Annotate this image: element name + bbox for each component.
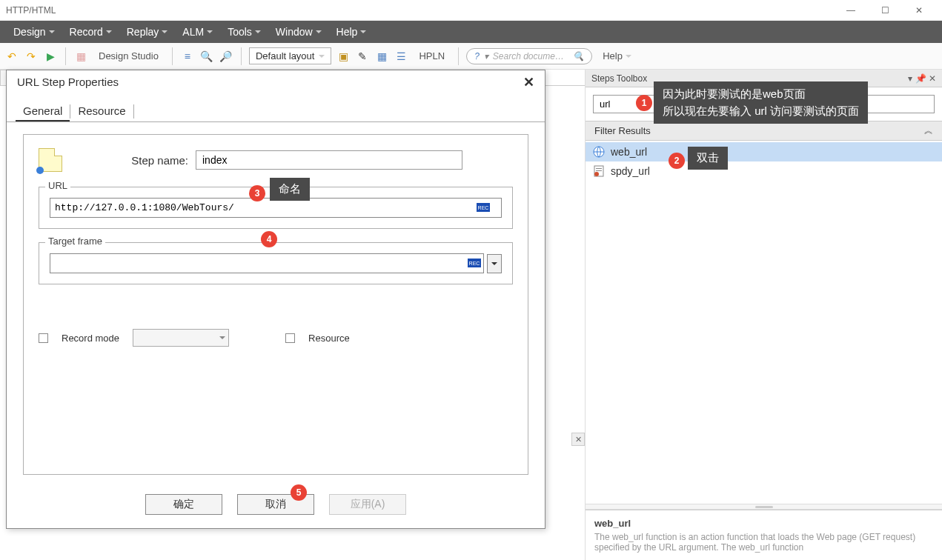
annotation-badge-1: 1	[636, 95, 652, 111]
result-item-web-url[interactable]: web_url	[586, 142, 942, 161]
menu-window[interactable]: Window	[268, 21, 329, 43]
chevron-down-icon	[360, 30, 366, 33]
help-button[interactable]: Help	[597, 49, 637, 63]
chevron-down-icon	[162, 30, 167, 33]
svg-rect-3	[596, 170, 602, 171]
menu-record[interactable]: Record	[62, 21, 119, 43]
zoom-icon[interactable]: 🔎	[219, 49, 233, 64]
result-label: spdy_url	[611, 165, 650, 177]
redo-icon[interactable]: ↷	[24, 49, 39, 64]
chevron-down-icon	[49, 30, 55, 33]
chevron-down-icon	[207, 30, 213, 33]
maximize-button[interactable]: ☐	[868, 1, 902, 20]
dialog-title-bar: URL Step Properties ✕	[7, 70, 545, 94]
design-studio-button[interactable]: Design Studio	[93, 49, 165, 63]
annotation-badge-3: 3	[249, 185, 265, 201]
rec-tag-icon: REC	[477, 203, 490, 212]
search-input[interactable]: ? ▾ Search docume… 🔍	[466, 48, 592, 64]
target-frame-input[interactable]	[50, 253, 484, 273]
target-dropdown-button[interactable]	[487, 254, 502, 273]
globe-icon	[593, 146, 605, 158]
apply-button[interactable]: 应用(A)	[329, 494, 406, 515]
menu-bar: Design Record Replay ALM Tools Window He…	[0, 21, 942, 43]
chevron-down-icon	[219, 336, 225, 339]
chevron-down-icon	[319, 55, 325, 58]
target-frame-fieldset: Target frame REC	[39, 242, 513, 284]
dialog-close-button[interactable]: ✕	[523, 74, 534, 90]
annotation-tooltip-2: 双击	[688, 147, 728, 170]
svg-rect-2	[596, 168, 602, 169]
url-legend: URL	[45, 180, 70, 191]
tool-icon-1[interactable]: ▣	[336, 49, 351, 64]
help-icon: ?	[474, 51, 480, 61]
pin-icon[interactable]: ▾ 📌 ✕	[908, 73, 936, 84]
result-label: web_url	[611, 146, 647, 158]
undo-icon[interactable]: ↶	[4, 49, 19, 64]
tab-general[interactable]: General	[16, 101, 70, 121]
splitter[interactable]	[586, 504, 942, 510]
window-title: HTTP/HTML	[6, 5, 56, 16]
filter-results-header[interactable]: Filter Results ︽	[586, 121, 942, 141]
chevron-down-icon	[626, 55, 631, 58]
help-text: The web_url function is an action functi…	[594, 532, 933, 553]
title-bar: HTTP/HTML — ☐ ✕	[0, 0, 942, 21]
chevron-down-icon	[491, 262, 497, 265]
ok-button[interactable]: 确定	[145, 494, 222, 515]
search-icon[interactable]: 🔍	[199, 49, 214, 64]
dialog-tabs: General Resource	[7, 94, 545, 122]
collapse-icon[interactable]: ︽	[924, 124, 933, 137]
step-name-label: Step name:	[99, 154, 188, 167]
record-mode-combo[interactable]	[133, 329, 229, 347]
design-studio-icon[interactable]: ▦	[73, 49, 88, 64]
step-name-input[interactable]	[196, 150, 462, 170]
annotation-badge-4: 4	[261, 231, 277, 247]
menu-design[interactable]: Design	[6, 21, 62, 43]
menu-help[interactable]: Help	[329, 21, 374, 43]
help-title: web_url	[594, 518, 933, 529]
hpln-button[interactable]: HPLN	[413, 49, 451, 63]
minimize-button[interactable]: —	[834, 1, 868, 20]
annotation-badge-2: 2	[669, 153, 685, 169]
chevron-down-icon	[316, 30, 322, 33]
menu-replay[interactable]: Replay	[119, 21, 176, 43]
step-icon	[39, 148, 62, 172]
annotation-badge-5: 5	[291, 484, 307, 501]
help-panel: web_url The web_url function is an actio…	[586, 510, 942, 560]
url-step-properties-dialog: URL Step Properties ✕ General Resource S…	[6, 70, 545, 529]
toolbar: ↶ ↷ ▶ ▦ Design Studio ≡ 🔍 🔎 Default layo…	[0, 43, 942, 70]
list-icon[interactable]: ≡	[180, 49, 195, 64]
svg-point-4	[594, 172, 599, 176]
steps-toolbox-panel: Steps Toolbox ▾ 📌 ✕ Filter Results ︽ web…	[585, 70, 942, 560]
align-icon[interactable]: ☰	[394, 49, 408, 64]
layout-dropdown[interactable]: Default layout	[249, 47, 332, 64]
dialog-title: URL Step Properties	[17, 76, 119, 88]
result-list: web_url spdy_url	[586, 141, 942, 182]
annotation-tooltip-1: 因为此时要测试的是web页面 所以现在先要输入 url 访问要测试的页面	[654, 81, 868, 124]
brush-icon[interactable]: ✎	[355, 49, 370, 64]
page-icon	[593, 165, 605, 177]
resource-checkbox[interactable]	[285, 333, 295, 343]
menu-tools[interactable]: Tools	[220, 21, 268, 43]
chevron-down-icon	[255, 30, 261, 33]
annotation-tooltip-3: 命名	[270, 178, 310, 201]
record-mode-checkbox[interactable]	[39, 333, 48, 343]
url-input[interactable]	[50, 198, 502, 218]
chevron-down-icon	[106, 30, 112, 33]
menu-alm[interactable]: ALM	[175, 21, 220, 43]
target-frame-legend: Target frame	[45, 236, 105, 247]
record-mode-label: Record mode	[62, 333, 119, 344]
rec-tag-icon: REC	[468, 259, 481, 267]
panel-close-icon[interactable]: ✕	[571, 433, 585, 446]
close-button[interactable]: ✕	[902, 1, 936, 20]
tab-resource[interactable]: Resource	[70, 101, 133, 121]
result-item-spdy-url[interactable]: spdy_url	[586, 161, 942, 181]
resource-label: Resource	[308, 333, 350, 344]
play-icon[interactable]: ▶	[43, 49, 58, 64]
grid-icon[interactable]: ▦	[374, 49, 389, 64]
